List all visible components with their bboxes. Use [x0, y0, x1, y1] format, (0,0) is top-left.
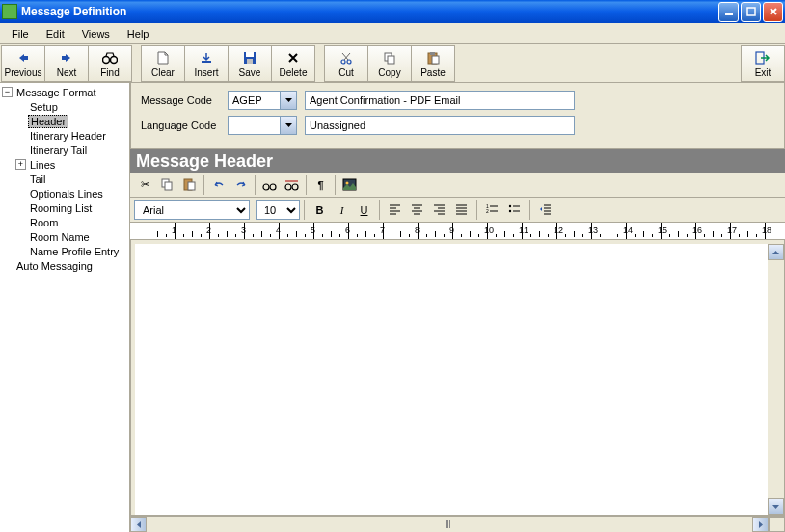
- undo-icon: [212, 179, 226, 191]
- window-title: Message Definition: [21, 5, 718, 18]
- tree-item-itinerary-header[interactable]: Itinerary Header: [2, 128, 127, 143]
- ed-paste-button[interactable]: [178, 174, 201, 196]
- insert-button[interactable]: Insert: [184, 45, 229, 82]
- scroll-left-button[interactable]: [130, 517, 147, 532]
- binoculars-next-icon: [284, 179, 299, 191]
- collapse-icon[interactable]: −: [2, 87, 13, 97]
- align-left-button[interactable]: [384, 200, 406, 221]
- outdent-button[interactable]: [534, 200, 556, 221]
- tree-item-optionals-lines[interactable]: Optionals Lines: [2, 186, 127, 200]
- editor-canvas[interactable]: [135, 244, 768, 515]
- tree-root-message-format[interactable]: − Message Format: [2, 85, 127, 99]
- ed-find-button[interactable]: [258, 174, 281, 196]
- align-left-icon: [389, 204, 401, 215]
- copy-button[interactable]: Copy: [367, 45, 412, 82]
- arrow-left-icon: [15, 50, 31, 66]
- align-center-icon: [411, 204, 423, 215]
- menu-edit[interactable]: Edit: [39, 26, 72, 41]
- svg-rect-19: [165, 182, 172, 190]
- align-justify-button[interactable]: [450, 200, 473, 221]
- language-code-dropdown[interactable]: [281, 116, 297, 135]
- align-right-button[interactable]: [428, 200, 450, 221]
- vertical-scrollbar[interactable]: [768, 244, 784, 515]
- editor-toolbar: ✂ ¶: [130, 173, 785, 198]
- svg-rect-9: [247, 59, 253, 64]
- clipboard-icon: [425, 50, 441, 66]
- expand-icon[interactable]: +: [15, 159, 26, 170]
- menu-views[interactable]: Views: [74, 26, 118, 41]
- cut-button[interactable]: Cut: [324, 45, 368, 82]
- font-size-select[interactable]: 10: [256, 200, 300, 220]
- ed-copy-button[interactable]: [156, 174, 178, 196]
- find-button[interactable]: Find: [88, 45, 132, 82]
- bullet-list-button[interactable]: [503, 200, 526, 221]
- svg-rect-6: [202, 61, 211, 63]
- tree-item-header[interactable]: Header: [2, 114, 127, 128]
- image-icon: [342, 178, 357, 191]
- svg-point-5: [111, 56, 118, 63]
- svg-point-10: [341, 60, 345, 64]
- bold-button[interactable]: B: [309, 200, 331, 221]
- tree-item-room[interactable]: Room: [2, 215, 127, 229]
- next-button[interactable]: Next: [44, 45, 89, 82]
- exit-button[interactable]: Exit: [741, 45, 785, 82]
- tree-item-setup[interactable]: Setup: [2, 99, 127, 114]
- italic-button[interactable]: I: [331, 200, 353, 221]
- close-button[interactable]: [763, 2, 783, 22]
- message-code-desc: Agent Confirmation - PDF Email: [305, 91, 575, 110]
- scroll-right-button[interactable]: [752, 517, 769, 532]
- scroll-up-button[interactable]: [768, 244, 784, 260]
- tree-item-tail[interactable]: Tail: [2, 172, 127, 186]
- align-center-button[interactable]: [406, 200, 428, 221]
- underline-button[interactable]: U: [353, 200, 375, 221]
- tree-root-auto-messaging[interactable]: Auto Messaging: [2, 258, 127, 273]
- language-code-input[interactable]: [228, 116, 281, 135]
- maximize-button[interactable]: [741, 2, 761, 22]
- x-icon: [285, 50, 301, 66]
- menu-bar: File Edit Views Help: [0, 23, 785, 44]
- svg-rect-21: [188, 182, 195, 190]
- numbered-list-button[interactable]: 12: [481, 200, 503, 221]
- copy-icon: [161, 178, 174, 191]
- svg-point-4: [103, 56, 110, 63]
- horizontal-scrollbar[interactable]: [130, 516, 785, 532]
- copy-icon: [382, 50, 397, 66]
- nav-tree: − Message Format Setup Header Itinerary …: [0, 83, 130, 532]
- clear-button[interactable]: Clear: [141, 45, 185, 82]
- ed-undo-button[interactable]: [207, 174, 230, 196]
- minimize-button[interactable]: [718, 2, 739, 22]
- main-toolbar: Previous Next Find Clear Insert Save Del…: [0, 44, 785, 83]
- ol-icon: 12: [486, 204, 499, 215]
- tree-item-lines[interactable]: +Lines: [2, 157, 127, 172]
- section-header: Message Header: [130, 149, 785, 173]
- message-code-dropdown[interactable]: [281, 91, 297, 110]
- app-icon: [2, 4, 17, 19]
- font-family-select[interactable]: Arial: [134, 200, 250, 220]
- save-button[interactable]: Save: [228, 45, 272, 82]
- scroll-down-button[interactable]: [768, 498, 784, 515]
- form-panel: Message Code Agent Confirmation - PDF Em…: [130, 83, 785, 149]
- binoculars-icon: [102, 50, 118, 66]
- ed-redo-button[interactable]: [230, 174, 252, 196]
- menu-help[interactable]: Help: [120, 26, 157, 41]
- paste-button[interactable]: Paste: [411, 45, 455, 82]
- ed-paragraph-button[interactable]: ¶: [310, 174, 332, 196]
- page-blank-icon: [155, 50, 171, 66]
- align-justify-icon: [455, 204, 468, 215]
- binoculars-icon: [262, 179, 277, 191]
- svg-point-23: [270, 184, 276, 190]
- ed-cut-button[interactable]: ✂: [134, 174, 156, 196]
- previous-button[interactable]: Previous: [1, 45, 45, 82]
- svg-rect-0: [725, 13, 733, 15]
- tree-item-room-name[interactable]: Room Name: [2, 229, 127, 244]
- ed-image-button[interactable]: [338, 174, 361, 196]
- tree-item-name-profile-entry[interactable]: Name Profile Entry: [2, 244, 127, 258]
- svg-rect-13: [388, 56, 394, 64]
- tree-item-itinerary-tail[interactable]: Itinerary Tail: [2, 143, 127, 157]
- message-code-input[interactable]: [228, 91, 281, 110]
- ed-findnext-button[interactable]: [281, 174, 303, 196]
- align-right-icon: [433, 204, 446, 215]
- tree-item-rooming-list[interactable]: Rooming List: [2, 200, 127, 215]
- menu-file[interactable]: File: [4, 26, 37, 41]
- delete-button[interactable]: Delete: [271, 45, 315, 82]
